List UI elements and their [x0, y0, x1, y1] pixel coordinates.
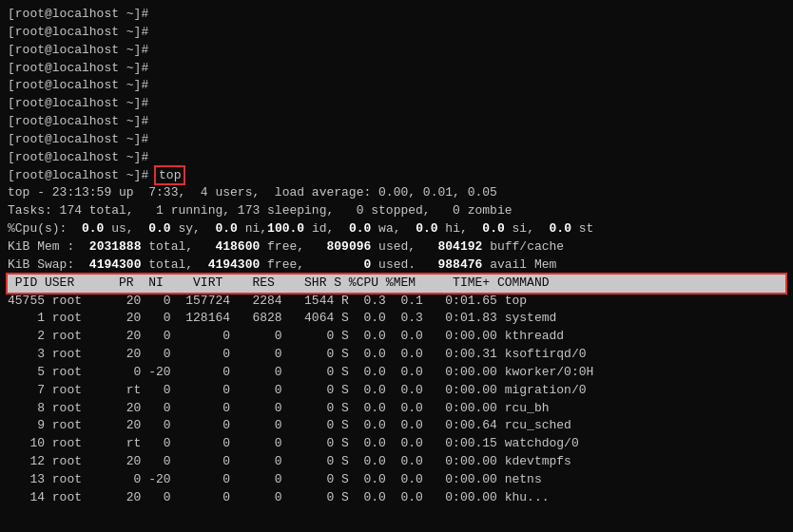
mem-buff: 804192 — [438, 239, 483, 254]
process-row-3: 3 root 20 0 0 0 0 S 0.0 0.0 0:00.31 ksof… — [8, 346, 785, 364]
mem-total: 2031888 — [89, 239, 142, 254]
process-row-top: 45755 root 20 0 157724 2284 1544 R 0.3 0… — [8, 293, 785, 311]
cpu-id: 100.0 — [267, 221, 304, 236]
process-header: PID USER PR NI VIRT RES SHR S %CPU %MEM … — [8, 275, 785, 293]
prompt-line-1: [root@localhost ~]# — [8, 6, 785, 24]
swap-free: 4194300 — [208, 257, 261, 272]
process-row-6: 8 root 20 0 0 0 0 S 0.0 0.0 0:00.00 rcu_… — [8, 400, 785, 418]
prompt-line-7: [root@localhost ~]# — [8, 113, 785, 131]
mem-free: 418600 — [215, 239, 260, 254]
mem-used: 809096 — [326, 239, 371, 254]
cpu-wa: 0.0 — [349, 221, 371, 236]
swap-line: KiB Swap: 4194300 total, 4194300 free, 0… — [8, 256, 785, 275]
process-row-4: 5 root 0 -20 0 0 0 S 0.0 0.0 0:00.00 kwo… — [8, 364, 785, 382]
process-row-1: 1 root 20 0 128164 6828 4064 S 0.0 0.3 0… — [8, 310, 785, 328]
cpu-us: 0.0 — [82, 221, 104, 236]
swap-used: 0 — [363, 257, 371, 272]
prompt-line-3: [root@localhost ~]# — [8, 42, 785, 60]
cpu-line: %Cpu(s): 0.0 us, 0.0 sy, 0.0 ni,100.0 id… — [8, 220, 785, 238]
swap-total: 4194300 — [89, 257, 142, 272]
prompt-line-4: [root@localhost ~]# — [8, 60, 785, 78]
top-command-line: [root@localhost ~]# top — [8, 167, 785, 185]
process-row-9: 12 root 20 0 0 0 0 S 0.0 0.0 0:00.00 kde… — [8, 453, 785, 471]
process-row-5: 7 root rt 0 0 0 0 S 0.0 0.0 0:00.00 migr… — [8, 382, 785, 400]
tasks-line: Tasks: 174 total, 1 running, 173 sleepin… — [8, 202, 785, 220]
process-row-8: 10 root rt 0 0 0 0 S 0.0 0.0 0:00.15 wat… — [8, 435, 785, 453]
process-row-10: 13 root 0 -20 0 0 0 S 0.0 0.0 0:00.00 ne… — [8, 471, 785, 489]
cpu-ni: 0.0 — [215, 221, 237, 236]
top-command-highlight: top — [156, 167, 184, 183]
process-row-2: 2 root 20 0 0 0 0 S 0.0 0.0 0:00.00 kthr… — [8, 328, 785, 346]
cpu-si: 0.0 — [482, 221, 504, 236]
cpu-st: 0.0 — [550, 221, 571, 236]
mem-line: KiB Mem : 2031888 total, 418600 free, 80… — [8, 238, 785, 256]
prompt-line-5: [root@localhost ~]# — [8, 77, 785, 95]
prompt-line-8: [root@localhost ~]# — [8, 131, 785, 149]
swap-avail: 988476 — [438, 257, 483, 272]
cpu-hi: 0.0 — [416, 221, 437, 236]
prompt-line-9: [root@localhost ~]# — [8, 149, 785, 167]
prompt-line-2: [root@localhost ~]# — [8, 24, 785, 42]
prompt-line-6: [root@localhost ~]# — [8, 95, 785, 113]
terminal-window: [root@localhost ~]# [root@localhost ~]# … — [0, 0, 793, 532]
process-row-7: 9 root 20 0 0 0 0 S 0.0 0.0 0:00.64 rcu_… — [8, 417, 785, 435]
top-status-line: top - 23:13:59 up 7:33, 4 users, load av… — [8, 184, 785, 202]
process-row-11: 14 root 20 0 0 0 0 S 0.0 0.0 0:00.00 khu… — [8, 489, 785, 507]
cpu-sy: 0.0 — [148, 221, 170, 236]
